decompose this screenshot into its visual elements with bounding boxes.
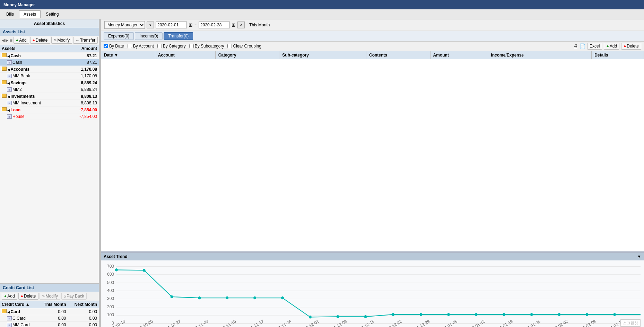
assets-row[interactable]: ≡MM Investment8,808.13 [0, 100, 99, 106]
filter-by-date[interactable]: By Date [104, 44, 124, 49]
tab-setting[interactable]: Setting [41, 10, 63, 18]
assets-transfer-button[interactable]: ↔ Transfer [73, 37, 98, 44]
assets-row[interactable]: ◀ Savings6,889.24 [0, 79, 99, 86]
cc-payback-button[interactable]: $ Pay Back [61, 293, 87, 300]
asset-amount-cell: 8,808.13 [66, 100, 99, 106]
svg-text:100: 100 [107, 312, 114, 317]
svg-text:700: 700 [107, 264, 114, 269]
asset-name-cell: ≡MM Investment [0, 100, 66, 106]
right-delete-icon: ● [624, 44, 626, 49]
date-bar: Money Manager < ⊞ ~ ⊞ > This Month [101, 19, 644, 31]
asset-amount-cell: -7,854.00 [66, 113, 99, 120]
tab-bills[interactable]: Bills [2, 10, 18, 18]
account-dropdown[interactable]: Money Manager [104, 21, 145, 29]
col-date: Date ▼ [101, 51, 155, 59]
datapoint-18 [613, 313, 616, 316]
assets-col-amount: Amount [66, 45, 99, 52]
col-income-expense: Income/Expense [488, 51, 592, 59]
data-table: Date ▼ Account Category Sub-category Con… [101, 51, 644, 59]
assets-delete-button[interactable]: ● Delete [30, 37, 50, 44]
asset-amount-cell: 6,889.24 [66, 79, 99, 86]
cc-add-button[interactable]: ● Add [2, 293, 17, 300]
folder-icon [2, 80, 7, 84]
cc-delete-button[interactable]: ● Delete [18, 293, 38, 300]
datapoint-1 [143, 269, 146, 272]
svg-text:2019-12-29: 2019-12-29 [410, 319, 430, 327]
cc-thismonth-cell: 0.00 [37, 322, 68, 327]
svg-text:2019-10-20: 2019-10-20 [133, 319, 154, 327]
filter-by-account[interactable]: By Account [128, 44, 154, 49]
cc-col-thismonth: This Month [37, 301, 68, 308]
asset-amount-cell: 6,889.24 [66, 86, 99, 93]
cc-nextmonth-cell: 0.00 [68, 308, 99, 315]
folder-icon [2, 53, 7, 57]
assets-row[interactable]: ◀ Cash87.21 [0, 52, 99, 59]
col-subcategory: Sub-category [279, 51, 366, 59]
add-icon: ● [16, 38, 18, 43]
cc-row[interactable]: ≡MM Card0.000.00 [0, 322, 99, 327]
filter-by-subcategory[interactable]: By Subcategory [189, 44, 224, 49]
svg-text:2020-02-09: 2020-02-09 [576, 319, 597, 327]
assets-table: Assets Amount ◀ Cash87.21≡Cash87.21◀ Acc… [0, 45, 99, 120]
filter-clear-grouping[interactable]: Clear Grouping [227, 44, 261, 49]
date-next-button[interactable]: > [237, 21, 245, 28]
cc-row[interactable]: ◀ Card0.000.00 [0, 308, 99, 315]
page-icon: 📄 [580, 43, 585, 49]
svg-text:400: 400 [107, 288, 114, 293]
cc-thismonth-cell: 0.00 [37, 315, 68, 322]
asset-name-cell: ◀ Cash [0, 52, 66, 59]
row-icon: ≡ [7, 74, 12, 78]
cc-col-name: Credit Card ▲ [0, 301, 37, 308]
tab-expense[interactable]: Expense(0) [104, 32, 134, 40]
asset-name-cell: ≡MM2 [0, 86, 66, 93]
assets-row[interactable]: ≡MM Bank1,170.08 [0, 73, 99, 79]
assets-add-button[interactable]: ● Add [14, 37, 29, 44]
date-sep2: ⊞ [232, 22, 236, 28]
chart-body: 700 600 500 400 300 200 100 0 [101, 260, 644, 327]
right-panel: Money Manager < ⊞ ~ ⊞ > This Month Expen… [101, 19, 644, 327]
cc-modify-button[interactable]: ✎ Modify [40, 293, 60, 300]
cc-row[interactable]: ≡C Card0.000.00 [0, 315, 99, 322]
assets-row[interactable]: ◀ Accounts1,170.08 [0, 66, 99, 73]
datapoint-4 [226, 296, 228, 300]
datapoint-15 [530, 313, 533, 316]
data-table-wrapper: Date ▼ Account Category Sub-category Con… [101, 51, 644, 251]
right-excel-button[interactable]: Excel [587, 43, 602, 50]
asset-amount-cell: 8,808.13 [66, 93, 99, 100]
assets-col-name: Assets [0, 45, 66, 52]
row-icon: ≡ [7, 114, 12, 119]
tab-assets[interactable]: Assets [19, 10, 41, 18]
assets-row[interactable]: ◀ Investments8,808.13 [0, 93, 99, 100]
filter-by-category[interactable]: By Category [157, 44, 186, 49]
filter-row: By Date By Account By Category By Subcat… [104, 44, 261, 49]
assets-modify-button[interactable]: ✎ Modify [51, 37, 72, 44]
svg-text:200: 200 [107, 304, 114, 309]
tab-income[interactable]: Income(0) [135, 32, 163, 40]
assets-row[interactable]: ≡Cash87.21 [0, 59, 99, 66]
svg-text:2020-01-12: 2020-01-12 [465, 319, 486, 327]
chart-collapse-icon[interactable]: ▼ [637, 254, 641, 259]
svg-text:2019-12-15: 2019-12-15 [355, 319, 375, 327]
tab-transfer[interactable]: Transfer(0) [164, 32, 193, 40]
date-from-input[interactable] [156, 21, 187, 28]
assets-expand-icon: ⊞ [9, 38, 12, 43]
right-add-button[interactable]: ● Add [604, 43, 619, 50]
assets-row[interactable]: ◀ Loan-7,854.00 [0, 106, 99, 113]
date-tilde: ~ [194, 23, 197, 27]
date-to-input[interactable] [199, 21, 230, 28]
svg-text:2019-12-01: 2019-12-01 [299, 319, 320, 327]
chart-title: Asset Trend [104, 254, 128, 259]
datapoint-12 [447, 313, 450, 316]
assets-row[interactable]: ≡House-7,854.00 [0, 113, 99, 120]
right-delete-button[interactable]: ● Delete [621, 43, 641, 50]
svg-text:2019-12-22: 2019-12-22 [382, 319, 403, 327]
chart-header: Asset Trend ▼ [101, 253, 644, 260]
datapoint-14 [503, 313, 505, 316]
assets-row[interactable]: ≡MM26,889.24 [0, 86, 99, 93]
date-prev-button[interactable]: < [147, 21, 154, 28]
svg-text:2019-12-08: 2019-12-08 [327, 319, 348, 327]
period-label: This Month [249, 23, 270, 27]
menu-bar: Bills Assets Setting [0, 9, 644, 19]
col-details: Details [592, 51, 644, 59]
row-icon: ≡ [7, 87, 12, 92]
